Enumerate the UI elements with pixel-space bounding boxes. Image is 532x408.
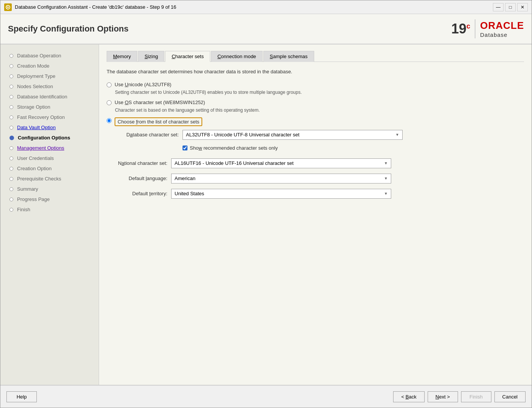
default-language-arrow: ▼ xyxy=(384,176,388,180)
header-section: Specify Configuration Options 19c ORACLE… xyxy=(0,14,532,44)
help-button[interactable]: Help xyxy=(6,391,37,402)
sidebar-item-user-credentials: User Credentials xyxy=(0,153,99,163)
tab-memory[interactable]: Memory xyxy=(107,51,137,62)
radio-group-unicode: Use Unicode (AL32UTF8) Setting character… xyxy=(107,82,524,95)
radio-choose-list[interactable] xyxy=(107,118,112,123)
header-title: Specify Configuration Options xyxy=(8,24,129,34)
app-icon xyxy=(4,3,12,11)
radio-selected-box: Choose from the list of character sets xyxy=(115,117,202,126)
window-title: Database Configuration Assistant - Creat… xyxy=(15,4,176,10)
default-territory-row: Default territory: United States ▼ xyxy=(107,189,524,199)
sidebar-dot-fast-recovery xyxy=(9,115,13,119)
sidebar-dot-data-vault xyxy=(9,126,13,130)
radio-description-unicode: Setting character set to Unicode (AL32UT… xyxy=(115,90,524,95)
radio-row-choose-list: Choose from the list of character sets xyxy=(107,117,524,126)
oracle-brand: ORACLE Database xyxy=(480,20,524,38)
minimize-button[interactable]: — xyxy=(493,3,504,11)
logo-divider xyxy=(475,19,475,38)
radio-use-os[interactable] xyxy=(107,100,112,105)
charset-form-section: Database character set: AL32UTF8 - Unico… xyxy=(118,130,524,151)
national-charset-row: National character set: AL16UTF16 - Unic… xyxy=(107,158,524,168)
sidebar-item-management-options[interactable]: Management Options xyxy=(0,143,99,153)
oracle-version: 19c xyxy=(451,21,470,37)
radio-description-os: Character set is based on the language s… xyxy=(115,108,524,113)
tab-bar: Memory Sizing Character sets Connection … xyxy=(107,51,524,62)
cancel-button[interactable]: Cancel xyxy=(494,391,526,402)
radio-label-os: Use OS character set (WE8MSWIN1252) xyxy=(115,100,205,105)
sidebar-item-nodes-selection: Nodes Selection xyxy=(0,81,99,92)
sidebar-item-finish: Finish xyxy=(0,204,99,215)
footer: Help < Back Next > Finish Cancel xyxy=(0,385,532,408)
default-territory-label: Default territory: xyxy=(107,191,167,196)
db-charset-arrow: ▼ xyxy=(395,133,399,137)
show-recommended-checkbox[interactable] xyxy=(183,145,187,150)
sidebar-dot-creation-mode xyxy=(9,64,13,68)
sidebar-item-summary: Summary xyxy=(0,184,99,194)
sidebar-item-progress-page: Progress Page xyxy=(0,194,99,204)
sidebar-dot-progress-page xyxy=(9,198,13,201)
sidebar-dot-deployment-type xyxy=(9,74,13,78)
tab-connection-mode[interactable]: Connection mode xyxy=(211,51,263,62)
sidebar-item-creation-mode: Creation Mode xyxy=(0,61,99,71)
db-charset-label: Database character set: xyxy=(118,132,179,138)
sidebar-item-configuration-options: Configuration Options xyxy=(0,133,99,143)
sidebar-dot-database-identification xyxy=(9,95,13,99)
sidebar-item-database-identification: Database Identification xyxy=(0,92,99,102)
default-language-value: American xyxy=(175,176,195,181)
close-button[interactable]: ✕ xyxy=(517,3,528,11)
charset-description: The database character set determines ho… xyxy=(107,68,524,76)
oracle-logo: 19c ORACLE Database xyxy=(451,19,524,38)
sidebar-dot-user-credentials xyxy=(9,157,13,160)
sidebar: Database Operation Creation Mode Deploym… xyxy=(0,44,99,385)
tab-sample-schemas[interactable]: Sample schemas xyxy=(263,51,314,62)
sidebar-dot-nodes-selection xyxy=(9,85,13,89)
radio-use-unicode[interactable] xyxy=(107,82,112,87)
finish-button[interactable]: Finish xyxy=(461,391,491,402)
title-bar-left: Database Configuration Assistant - Creat… xyxy=(4,3,176,11)
national-charset-value: AL16UTF16 - Unicode UTF-16 Universal cha… xyxy=(175,160,294,166)
radio-group-os: Use OS character set (WE8MSWIN1252) Char… xyxy=(107,100,524,113)
show-recommended-row: Show recommended character sets only xyxy=(183,145,524,151)
db-charset-row: Database character set: AL32UTF8 - Unico… xyxy=(118,130,524,140)
sidebar-dot-configuration-options xyxy=(9,136,14,140)
tab-character-sets[interactable]: Character sets xyxy=(165,51,210,62)
default-language-row: Default language: American ▼ xyxy=(107,174,524,183)
svg-point-2 xyxy=(7,6,9,8)
default-language-dropdown[interactable]: American ▼ xyxy=(171,174,391,183)
radio-row-os: Use OS character set (WE8MSWIN1252) xyxy=(107,100,524,105)
sidebar-item-prerequisite-checks: Prerequisite Checks xyxy=(0,174,99,184)
main-content: Database Operation Creation Mode Deploym… xyxy=(0,44,532,385)
title-bar: Database Configuration Assistant - Creat… xyxy=(0,0,532,14)
sidebar-item-fast-recovery: Fast Recovery Option xyxy=(0,112,99,122)
next-button[interactable]: Next > xyxy=(428,391,458,402)
default-territory-value: United States xyxy=(175,191,204,196)
sidebar-dot-summary xyxy=(9,187,13,191)
default-territory-arrow: ▼ xyxy=(384,191,388,196)
national-charset-dropdown[interactable]: AL16UTF16 - Unicode UTF-16 Universal cha… xyxy=(171,158,391,168)
sidebar-item-database-operation: Database Operation xyxy=(0,51,99,61)
national-charset-arrow: ▼ xyxy=(384,161,388,165)
db-charset-value: AL32UTF8 - Unicode UTF-8 Universal chara… xyxy=(186,132,299,138)
default-territory-dropdown[interactable]: United States ▼ xyxy=(171,189,391,199)
show-recommended-label: Show recommended character sets only xyxy=(190,145,278,151)
footer-right: < Back Next > Finish Cancel xyxy=(393,391,526,402)
sidebar-dot-finish xyxy=(9,208,13,212)
oracle-database-text: Database xyxy=(480,32,507,38)
sidebar-item-storage-option: Storage Option xyxy=(0,102,99,112)
sidebar-dot-prerequisite-checks xyxy=(9,177,13,181)
main-window: Database Configuration Assistant - Creat… xyxy=(0,0,532,408)
sidebar-dot-database-operation xyxy=(9,54,13,58)
oracle-brand-text: ORACLE xyxy=(480,20,524,32)
oracle-sup: c xyxy=(466,22,470,30)
national-charset-label: National character set: xyxy=(107,160,167,166)
sidebar-item-data-vault[interactable]: Data Vault Option xyxy=(0,122,99,133)
tab-sizing[interactable]: Sizing xyxy=(138,51,164,62)
back-button[interactable]: < Back xyxy=(393,391,424,402)
sidebar-dot-storage-option xyxy=(9,105,13,109)
national-section: National character set: AL16UTF16 - Unic… xyxy=(107,158,524,199)
sidebar-item-creation-option: Creation Option xyxy=(0,163,99,174)
db-charset-dropdown[interactable]: AL32UTF8 - Unicode UTF-8 Universal chara… xyxy=(183,130,403,140)
sidebar-dot-management-options xyxy=(9,146,13,150)
sidebar-item-deployment-type: Deployment Type xyxy=(0,71,99,81)
maximize-button[interactable]: □ xyxy=(505,3,516,11)
